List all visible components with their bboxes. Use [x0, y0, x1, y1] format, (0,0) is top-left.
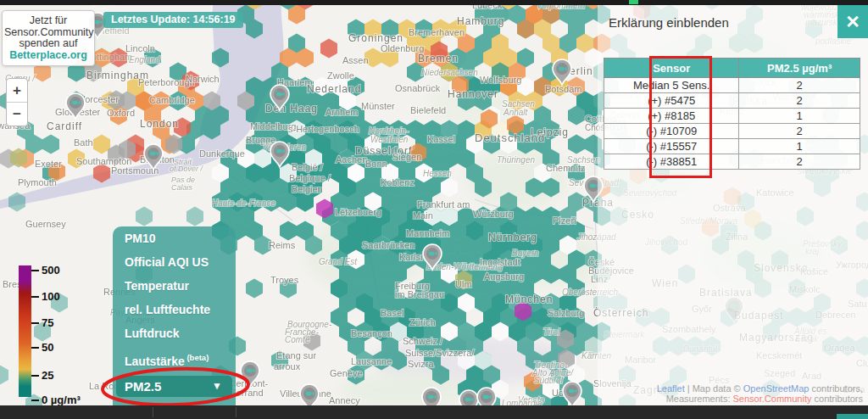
- map-label: Aachen: [336, 154, 367, 165]
- map-label: Cardiff: [47, 120, 82, 132]
- sensor-value-cell: 1: [739, 109, 860, 124]
- beta-tag: (beta): [185, 353, 209, 362]
- map-attribution: Leaflet | Map data © OpenStreetMap contr…: [657, 383, 863, 404]
- map-label: Bath: [74, 137, 93, 148]
- map-label: Arnhem: [326, 107, 359, 117]
- attribution-text: Measurements:: [666, 394, 733, 404]
- legend-tick-dash: [31, 270, 39, 271]
- map-label: Westfalen: [370, 135, 409, 144]
- map-label: im Breisgau: [395, 289, 444, 299]
- layer-menu-item-rel-luftfeuchte[interactable]: rel. Luftfeuchte: [125, 304, 236, 316]
- legend-gradient-bar: [19, 265, 31, 397]
- map-label: Genève: [330, 368, 363, 378]
- layer-menu: PM10Official AQI USTemperaturrel. Luftfe…: [113, 226, 236, 405]
- map-label: Grand Est: [319, 257, 358, 266]
- map-label: Deutschland: [475, 131, 545, 144]
- legend-tick-label: 25: [42, 369, 53, 382]
- legend-tick-dash: [31, 375, 39, 377]
- table-row: (+) #81851: [604, 109, 860, 124]
- layer-menu-item-luftdruck[interactable]: Luftdruck: [125, 327, 236, 340]
- map-label: Basel: [381, 308, 404, 318]
- legend-tick-dash: [31, 399, 39, 401]
- attribution-text: | Map data ©: [685, 383, 743, 394]
- sensor-value-cell: 2: [739, 154, 860, 170]
- map-label: Norwich: [186, 74, 220, 84]
- selected-layer-label: PM2.5: [125, 379, 161, 394]
- attribution-link[interactable]: OpenStreetMap: [743, 383, 810, 394]
- map-label: Oxford: [107, 108, 135, 118]
- map-label: Den Haag: [265, 103, 318, 115]
- map-label: Schweiz /: [403, 336, 443, 346]
- attribution-link[interactable]: Leaflet: [657, 383, 685, 394]
- attribution-text: contributors: [811, 394, 863, 404]
- panel-title: Erklärung einblenden: [609, 15, 729, 30]
- sensor-value-cell: 1: [739, 139, 860, 154]
- sensor-id-cell: (+) #8185: [604, 109, 739, 124]
- map-label: Suisse/Svizzera/: [405, 348, 475, 358]
- layer-menu-item-pm10[interactable]: PM10: [125, 232, 236, 245]
- legend-tick: 25: [31, 369, 53, 382]
- layer-menu-item-lautst-rke[interactable]: Lautstärke (beta): [125, 351, 236, 368]
- sensor-value-cell: 2: [739, 93, 860, 109]
- taskbar-accent: [837, 414, 868, 419]
- close-icon[interactable]: ✕: [837, 5, 868, 38]
- map-label: Sachsen: [567, 155, 600, 165]
- zoom-in-button[interactable]: +: [7, 79, 27, 103]
- sensor-value-cell: 2: [739, 124, 860, 139]
- legend-tick-dash: [31, 296, 39, 298]
- map-label: Anhalt: [503, 108, 529, 117]
- zoom-out-button[interactable]: −: [7, 103, 27, 126]
- map-label: Ulm: [455, 279, 472, 289]
- map-label: Potsdam: [545, 84, 581, 94]
- map-label: London: [140, 118, 179, 130]
- legend-tick: 50: [31, 341, 53, 354]
- map-label: Kassel: [427, 134, 455, 144]
- map-label: Zwolle: [327, 70, 354, 81]
- table-row: (+) #54752: [604, 93, 860, 109]
- map-label: Koblenz: [381, 177, 415, 187]
- map-label: Belgique /: [289, 173, 331, 183]
- map-label: Hannover: [448, 88, 498, 100]
- layer-select-pm25[interactable]: PM2.5 ▼: [116, 376, 232, 397]
- layer-menu-item-official-aqi-us[interactable]: Official AQI US: [125, 256, 236, 269]
- map-label: Bayern: [512, 249, 539, 258]
- map-label: Main: [413, 210, 433, 221]
- sensor-id-cell: (+) #5475: [604, 93, 739, 109]
- map-label: Troyes: [270, 275, 299, 285]
- bottom-chrome-bar: [0, 405, 868, 419]
- donation-box: Jetzt für Sensor.Community spenden auf B…: [2, 10, 95, 66]
- table-header: Sensor: [604, 59, 739, 78]
- donation-line: spenden auf: [4, 38, 92, 50]
- legend-tick-dash: [31, 322, 39, 324]
- sensor-community-link[interactable]: Sensor.Community: [733, 394, 812, 404]
- map-label: Niedersachsen: [421, 68, 478, 77]
- legend-tick-label: 75: [42, 316, 53, 329]
- map-label: Cambridge: [149, 95, 195, 105]
- map-label: Bremerhaven: [409, 27, 465, 37]
- legend-tick-dash: [31, 347, 39, 349]
- legend-tick-label: 0 µg/m³: [42, 394, 81, 406]
- zoom-control: + −: [6, 78, 28, 126]
- map-label: Bremen: [418, 53, 459, 64]
- betterplace-link[interactable]: Betterplace.org: [4, 50, 92, 62]
- map-label: Lëtzebuerg: [335, 207, 381, 217]
- map-label: Plymouth: [18, 177, 57, 187]
- layer-menu-item-temperatur[interactable]: Temperatur: [125, 280, 236, 293]
- sensor-id-cell: (-) #38851: [604, 154, 739, 170]
- map-label: Guernsey: [25, 219, 66, 229]
- taskbar-separator: [236, 407, 236, 417]
- map-label: Saarbrücken: [362, 240, 415, 250]
- map-label: Belgien: [292, 184, 323, 194]
- legend-tick: 75: [31, 316, 53, 329]
- legend-tick-label: 50: [42, 341, 53, 354]
- map-label: Mannheim: [406, 228, 449, 238]
- legend-tick: 100: [31, 290, 60, 303]
- map-label: Etang sur: [276, 350, 316, 360]
- map-label: Wolfsburg: [480, 75, 521, 85]
- map-label: Hauts-de-France: [212, 198, 275, 208]
- map-label: Tirol: [543, 327, 560, 337]
- map-label: Assen: [342, 55, 369, 65]
- map-label: Besançon: [351, 328, 392, 338]
- map-label: Nürnberg: [488, 232, 537, 243]
- map-label: Comté: [285, 335, 310, 344]
